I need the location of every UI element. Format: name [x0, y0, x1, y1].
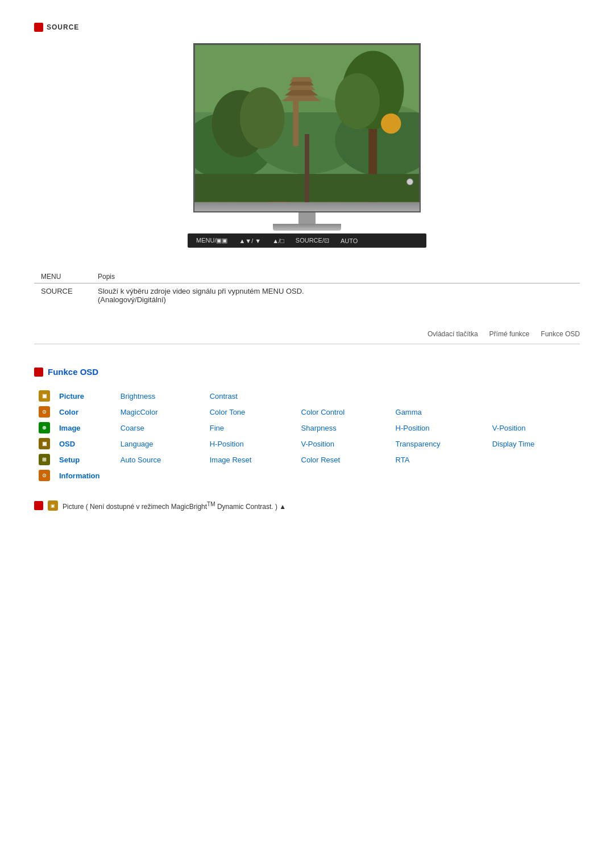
info-icon: ⊙ — [39, 470, 50, 481]
color-menu-label: Color — [55, 404, 116, 420]
table-row-information: ⊙ Information — [34, 468, 580, 483]
svg-point-19 — [381, 114, 401, 133]
osd-bar: MENU/▣▣ ▲▼/ ▼ ▲/□ SOURCE/⊡ AUTO — [188, 233, 426, 248]
picture-menu-label: Picture — [55, 388, 116, 404]
color-gamma[interactable]: Gamma — [391, 404, 488, 420]
monitor-screen — [193, 43, 421, 202]
osd-language[interactable]: Language — [116, 436, 205, 452]
color-icon-cell: ⊙ — [34, 404, 55, 420]
osd-arrows: ▲▼/ ▼ — [239, 237, 261, 244]
picture-contrast[interactable]: Contrast — [205, 388, 297, 404]
setup-colorreset[interactable]: Color Reset — [297, 452, 391, 468]
setup-menu-label: Setup — [55, 452, 116, 468]
bottom-note-text: Picture ( Není dostupné v režimech Magic… — [63, 501, 286, 511]
table-row-picture: ▣ Picture Brightness Contrast — [34, 388, 580, 404]
image-icon-cell: ⊕ — [34, 420, 55, 436]
svg-point-15 — [240, 87, 285, 148]
table-row-setup: ⊞ Setup Auto Source Image Reset Color Re… — [34, 452, 580, 468]
info-table: MENU Popis SOURCE Slouží k výběru zdroje… — [34, 270, 580, 307]
source-label: SOURCE — [47, 23, 79, 31]
osd-function-table: ▣ Picture Brightness Contrast ⊙ — [34, 388, 580, 483]
funkce-icon — [34, 368, 43, 377]
color-icon: ⊙ — [39, 406, 50, 418]
setup-icon-cell: ⊞ — [34, 452, 55, 468]
image-hposition[interactable]: H-Position — [391, 420, 488, 436]
picture-icon: ▣ — [39, 390, 50, 402]
bottom-note: ▣ Picture ( Není dostupné v režimech Mag… — [34, 500, 580, 511]
osd-source: SOURCE/⊡ — [296, 237, 329, 244]
osd-hposition[interactable]: H-Position — [205, 436, 297, 452]
monitor-body — [188, 43, 426, 212]
picture-brightness[interactable]: Brightness — [116, 388, 205, 404]
monitor-bezel — [193, 202, 421, 212]
menu-source-desc: Slouží k výběru zdroje video signálu při… — [91, 283, 580, 308]
osd-auto: AUTO — [341, 237, 358, 244]
osd-vposition[interactable]: V-Position — [297, 436, 391, 452]
breadcrumb-osd[interactable]: Funkce OSD — [541, 330, 580, 338]
osd-brightness: ▲/□ — [272, 237, 284, 244]
funkce-title: Funkce OSD — [48, 367, 98, 377]
osd-icon-cell: ▣ — [34, 436, 55, 452]
table-row-image: ⊕ Image Coarse Fine Sharpness H-Position — [34, 420, 580, 436]
osd-menu-icon: ▣ — [39, 438, 50, 449]
osd-transparency[interactable]: Transparency — [391, 436, 488, 452]
color-tone[interactable]: Color Tone — [205, 404, 297, 420]
monitor-stand-base — [273, 224, 341, 231]
svg-rect-22 — [195, 174, 419, 202]
col-desc-header: Popis — [91, 270, 580, 283]
breadcrumb-direct[interactable]: Přímé funkce — [489, 330, 530, 338]
menu-source-label: SOURCE — [34, 283, 91, 308]
bottom-note-red-icon — [34, 501, 43, 510]
breadcrumb-controls[interactable]: Ovládací tlačítka — [428, 330, 478, 338]
image-coarse[interactable]: Coarse — [116, 420, 205, 436]
osd-menu-label: OSD — [55, 436, 116, 452]
color-magiccolor[interactable]: MagicColor — [116, 404, 205, 420]
svg-marker-10 — [290, 77, 312, 82]
setup-autosource[interactable]: Auto Source — [116, 452, 205, 468]
setup-icon: ⊞ — [39, 454, 50, 465]
osd-displaytime[interactable]: Display Time — [488, 436, 580, 452]
table-row-color: ⊙ Color MagicColor Color Tone Color Cont… — [34, 404, 580, 420]
color-control[interactable]: Color Control — [297, 404, 391, 420]
svg-rect-5 — [293, 101, 298, 146]
image-icon: ⊕ — [39, 422, 50, 433]
osd-menu: MENU/▣▣ — [196, 237, 227, 244]
funkce-osd-header: Funkce OSD — [34, 367, 580, 377]
monitor-power-button — [406, 178, 413, 185]
image-menu-label: Image — [55, 420, 116, 436]
image-sharpness[interactable]: Sharpness — [297, 420, 391, 436]
source-header: SOURCE — [34, 23, 580, 32]
col-menu-header: MENU — [34, 270, 91, 283]
source-icon — [34, 23, 43, 32]
image-vposition[interactable]: V-Position — [488, 420, 580, 436]
picture-icon-cell: ▣ — [34, 388, 55, 404]
image-fine[interactable]: Fine — [205, 420, 297, 436]
info-row-source: SOURCE Slouží k výběru zdroje video sign… — [34, 283, 580, 308]
information-menu-label: Information — [55, 468, 580, 483]
setup-rta[interactable]: RTA — [391, 452, 488, 468]
breadcrumb-nav: Ovládací tlačítka Přímé funkce Funkce OS… — [34, 324, 580, 344]
monitor-stand-neck — [298, 212, 316, 224]
monitor-illustration: MENU/▣▣ ▲▼/ ▼ ▲/□ SOURCE/⊡ AUTO — [34, 43, 580, 248]
svg-point-13 — [335, 73, 380, 130]
monitor-screen-inner — [195, 45, 419, 202]
info-icon-cell: ⊙ — [34, 468, 55, 483]
table-row-osd: ▣ OSD Language H-Position V-Position Tra… — [34, 436, 580, 452]
bottom-note-picture-icon: ▣ — [48, 500, 58, 511]
setup-imagereset[interactable]: Image Reset — [205, 452, 297, 468]
